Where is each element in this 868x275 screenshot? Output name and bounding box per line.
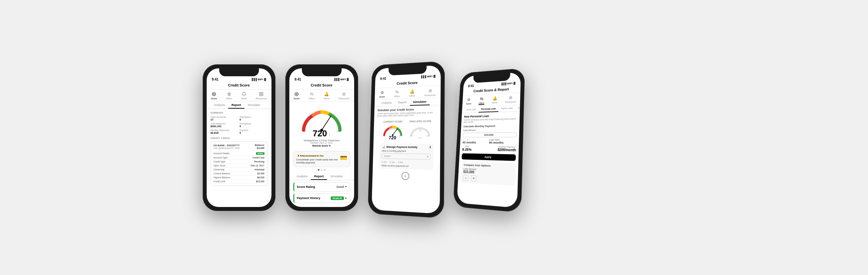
loan-tab-debt-4[interactable]: Debt Consolidation	[515, 105, 520, 111]
alerts-icon-2: 🔔	[324, 92, 329, 97]
card-name-group: US BANK - 5X0X97**** Last updated April …	[214, 144, 240, 149]
sub-tab-analysis-3[interactable]: Analysis	[378, 99, 395, 107]
svg-point-6	[295, 92, 299, 96]
info-icon-3: ℹ	[430, 146, 431, 148]
signal-icon-2: ▐▐▐	[334, 78, 339, 81]
summary-item-4: Monthly Payments $2,818	[211, 129, 239, 134]
monthly-payment-label-4: Monthly Payment	[498, 146, 516, 148]
sim-desc-3: Lorem ipsum goes here, some explanation …	[377, 111, 437, 117]
nav-tab-resources-1[interactable]: Resources	[256, 92, 267, 100]
offers-icon-4: %	[479, 96, 484, 101]
phone-1: 9:41 ▐▐▐ WiFi ▓ Credit Score Score	[203, 64, 275, 211]
sub-tab-simulator-3[interactable]: Simulator	[410, 98, 430, 105]
svg-line-8	[322, 116, 331, 130]
compare-minus-btn-4[interactable]: −	[463, 175, 469, 181]
app-scene: 9:41 ▐▐▐ WiFi ▓ Credit Score Score	[203, 61, 665, 214]
score-icon-1	[211, 92, 217, 97]
nav-label-offers-4: Offers	[478, 102, 485, 104]
sub-tab-report-2[interactable]: Report	[311, 173, 327, 180]
acct-row-0: Account Type Credit Card	[214, 156, 265, 160]
acct-details-label: Account Details	[214, 152, 230, 155]
summary-item-3: Derogatory 0	[240, 123, 268, 128]
payment-history-value-group: Grade B ▾	[331, 197, 346, 200]
sub-tab-simulator-2[interactable]: Simulator	[327, 173, 346, 180]
score-updated-2: Updated: April 12, 2022	[310, 142, 333, 144]
sub-tab-report-3[interactable]: Report	[395, 98, 410, 106]
loan-term-val2-4: 60 months	[489, 141, 516, 144]
rec-icon-2: 💳	[340, 154, 347, 162]
miss-payment-select-3[interactable]: Select ▾	[381, 153, 431, 160]
month-item-1: 2 mo.	[390, 161, 395, 163]
sub-tabs-1: Analysis Report Simulator	[207, 101, 272, 109]
simulated-gauge-3: ⚛ 300 850	[408, 122, 432, 136]
nav-tab-resources-3[interactable]: ⊞ Resources	[424, 88, 435, 96]
select-placeholder-3: Select	[384, 154, 391, 158]
wifi-icon-3: WiFi	[427, 75, 433, 78]
sub-tab-analysis-2[interactable]: Analysis	[293, 173, 311, 180]
nav-tab-score-4[interactable]: ⊙ Score	[466, 97, 471, 105]
sub-tab-analysis-1[interactable]: Analysis	[211, 101, 228, 109]
loan-tab-auto-4[interactable]: Auto Loan	[464, 106, 478, 112]
nav-tab-alerts-2[interactable]: 🔔 Alerts	[324, 92, 330, 100]
make-payments-label-3: Make on-time payments for	[381, 164, 430, 167]
refresh-btn-2[interactable]: Refresh Score ↻	[312, 145, 331, 147]
compare-plus-btn-4[interactable]: +	[470, 175, 476, 181]
status-time-4: 9:41	[468, 84, 474, 88]
chevron-down-icon-rating: ▾	[345, 185, 346, 188]
nav-tab-resources-4[interactable]: ⊞ Resources	[505, 95, 516, 104]
offers-icon-1	[226, 92, 232, 97]
star-icon-2: ★	[298, 154, 299, 157]
nav-tab-offers-2[interactable]: % Offers	[309, 92, 315, 100]
loan-tab-home-4[interactable]: Home Loan	[498, 105, 516, 112]
simulated-score-block: SIMULATED SCORE ⚛ 300 850 —	[408, 120, 432, 140]
nav-tab-score-2[interactable]: Score	[293, 92, 300, 100]
phone-4-wrapper: 9:41 ▐▐▐ WiFi ▓ Credit Score & Report ⊙ …	[453, 68, 525, 212]
summary-item-0: Open Accounts 17	[211, 116, 239, 121]
nav-tab-score-1[interactable]: Score	[211, 92, 217, 100]
nav-tab-offers-4[interactable]: % Offers	[478, 96, 485, 105]
nav-label-score-1: Score	[211, 97, 217, 100]
add-button-3[interactable]: +	[401, 172, 409, 180]
sub-tabs-2: Analysis Report Simulator	[289, 173, 354, 180]
svg-rect-3	[261, 92, 263, 94]
rec-text-2: Consolidate your credit cards into one m…	[296, 158, 338, 164]
nav-label-resources-3: Resources	[424, 94, 435, 96]
sub-tab-report-1[interactable]: Report	[228, 101, 244, 109]
phone-3-wrapper: 9:41 ▐▐▐ WiFi ▓ Credit Score ⊙ Score	[367, 61, 444, 218]
nav-tab-offers-3[interactable]: % Offers	[394, 89, 400, 97]
compare-stepper-4: − +	[463, 175, 512, 183]
nav-tab-alerts-4[interactable]: 🔔 Alerts	[492, 95, 498, 104]
summary-label-1: SUMMARY	[211, 112, 268, 114]
score-display-2: 720 ↑	[313, 129, 331, 139]
acct-row-1: Credit Type Revolving	[214, 160, 265, 164]
acct-row-6: Credit Limit $15,000	[214, 180, 265, 183]
manage-section-3: 📊 Manage Payment Activity ℹ Miss a month…	[379, 143, 434, 170]
svg-point-7	[296, 94, 297, 95]
notch-2	[302, 68, 342, 76]
nav-tab-resources-2[interactable]: ⊞ Resources	[339, 92, 349, 100]
nav-label-score-3: Score	[379, 95, 384, 98]
minus-icon-4: −	[463, 138, 464, 141]
score-rating-row-2[interactable]: Score Rating Good ▾	[293, 182, 350, 192]
svg-rect-5	[261, 95, 263, 96]
nav-tab-alerts-1[interactable]: Alerts	[241, 92, 247, 100]
payment-history-row-2[interactable]: Payment History Grade B ▾	[293, 194, 350, 203]
loan-term-label-4: Loan Term	[489, 138, 516, 141]
nav-tab-alerts-3[interactable]: 🔔 Alerts	[409, 89, 415, 97]
signal-icon-4: ▐▐▐	[501, 82, 506, 85]
loan-term-row-4: − + 60 months Loan Term 60 months	[462, 138, 516, 144]
score-rating-label-2: Score Rating	[297, 185, 315, 188]
loan-amount-input-4[interactable]: $10,000	[463, 132, 516, 137]
manage-label-3: Manage Payment Activity	[386, 145, 417, 148]
apply-button-4[interactable]: Apply	[462, 153, 516, 161]
sub-tab-simulator-1[interactable]: Simulator	[244, 101, 264, 109]
nav-tab-score-3[interactable]: ⊙ Score	[379, 90, 385, 98]
phone-1-screen: 9:41 ▐▐▐ WiFi ▓ Credit Score Score	[207, 68, 272, 207]
status-icons-1: ▐▐▐ WiFi ▓	[251, 78, 266, 81]
loan-tab-personal-4[interactable]: Personal Loan	[478, 106, 498, 112]
wifi-icon-4: WiFi	[507, 81, 513, 85]
summary-item-2: Total Balances $261,191	[211, 123, 239, 128]
svg-text:850: 850	[399, 135, 401, 136]
svg-rect-4	[259, 95, 261, 96]
nav-tab-offers-1[interactable]: Offers	[226, 92, 232, 100]
